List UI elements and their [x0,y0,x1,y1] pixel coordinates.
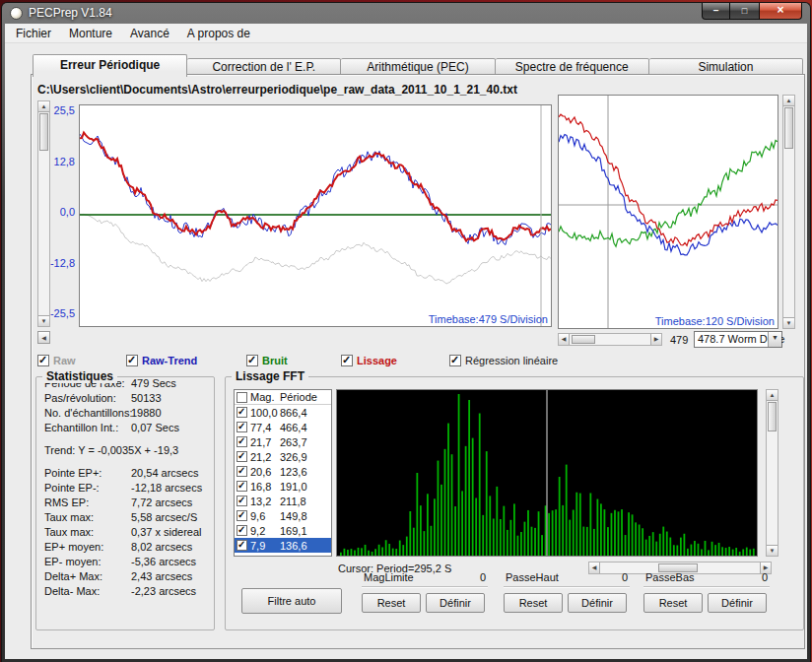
secondary-chart-hscroll[interactable] [558,333,662,346]
definir-button[interactable]: Définir [426,593,485,613]
combo-dropdown-icon[interactable] [768,332,781,347]
checkbox-icon[interactable] [37,355,49,366]
stat-row: Delta+ Max: 2,43 arcsecs [36,570,214,585]
tab[interactable]: Erreur Périodique [33,54,187,77]
maximize-button[interactable] [730,3,759,20]
checkbox-icon[interactable] [237,496,247,506]
checkbox-icon[interactable] [237,525,247,536]
checkbox-icon[interactable] [237,407,247,418]
stat-label: Taux max: [44,511,131,526]
stat-row: Taux max: 5,58 arcsec/S [36,511,214,526]
stat-row: Taux max: 0,37 x sidereal [36,526,214,541]
stat-value: 19880 [131,407,206,422]
fft-peak-row[interactable]: 21,7 263,7 [235,434,331,449]
title-bar[interactable]: PECPrep V1.84 [2,3,810,23]
scroll-up-icon[interactable] [767,390,778,401]
close-button[interactable] [759,3,802,20]
scroll-thumb[interactable] [768,402,777,431]
fft-peak-row[interactable]: 77,4 466,4 [235,420,331,434]
scroll-up-icon[interactable] [783,96,794,106]
fft-vscroll[interactable] [766,389,778,557]
stat-value: 7,72 arcsecs [131,496,206,511]
fft-peak-row[interactable]: 9,2 169,1 [235,523,331,538]
fft-peak-row[interactable]: 16,8 191,0 [235,479,331,494]
minimize-icon [713,5,719,16]
fft-peak-row[interactable]: 100,0 866,4 [235,405,331,420]
fft-period-value: 149,8 [280,510,331,522]
fft-peak-row[interactable]: 9,6 149,8 [235,508,331,523]
mag-column-header[interactable]: Mag. [247,391,280,403]
fft-mag-value: 77,4 [247,422,280,433]
fft-period-value: 263,7 [280,436,331,448]
y-axis-tick-label: 25,5 [45,104,75,116]
stat-value: 8,02 arcsecs [131,541,206,556]
param-buttons: Reset Définir [362,593,488,613]
scroll-down-icon[interactable] [767,545,778,556]
fft-list-header: Mag. Période [235,390,331,405]
param-buttons: Reset Définir [643,593,770,613]
fft-spectrum-display[interactable] [336,389,758,557]
select-all-checkbox-icon[interactable] [237,392,247,403]
app-window: PECPrep V1.84 FichierMontureAvancéA prop… [1,2,811,662]
period-column-header[interactable]: Période [280,391,331,403]
main-chart-left-step-button[interactable] [37,331,50,344]
scroll-thumb[interactable] [572,335,595,344]
fft-period-value: 466,4 [280,422,331,433]
checkbox-icon[interactable] [246,355,258,366]
fft-peak-row[interactable]: 7,9 136,6 [235,538,331,553]
legend-item[interactable]: Régression linéaire [449,353,617,368]
tab[interactable]: Arithmétique (PEC) [341,58,495,75]
checkbox-icon[interactable] [126,355,138,366]
fft-peak-row[interactable]: 13,2 211,8 [235,494,331,508]
stat-label: Taux max: [44,526,131,541]
tab[interactable]: Correction de l' E.P. [187,58,341,75]
y-axis-labels: 25,512,80,0-12,8-25,5 [45,104,75,319]
tab[interactable]: Spectre de fréquence [496,58,649,75]
definir-button[interactable]: Définir [568,593,627,613]
definir-button[interactable]: Définir [708,593,767,613]
legend-item[interactable]: Raw-Trend [126,353,246,368]
checkbox-icon[interactable] [341,355,353,366]
menu-item[interactable]: A propos de [178,24,259,42]
menu-item[interactable]: Monture [60,24,121,42]
file-path-label: C:\Users\client\Documents\Astro\erreurpe… [37,83,517,97]
secondary-chart-vscroll[interactable] [782,95,795,329]
close-icon [777,5,783,16]
fft-peak-list[interactable]: Mag. Période 100,0 866,4 [234,389,332,557]
checkbox-icon[interactable] [237,466,247,477]
menu-item[interactable]: Fichier [7,24,60,42]
minimize-button[interactable] [702,3,730,20]
checkbox-icon[interactable] [237,481,247,492]
scroll-thumb[interactable] [784,107,793,149]
fft-peak-row[interactable]: 21,2 326,9 [235,449,331,464]
fft-peak-row[interactable]: 20,6 123,6 [235,464,331,479]
reset-button[interactable]: Reset [504,593,563,613]
menu-item[interactable]: Avancé [121,24,178,42]
stat-value: 2,43 arcsecs [131,570,206,585]
main-chart[interactable]: Timebase:479 S/Division [79,104,552,327]
fft-mag-value: 9,2 [247,525,280,537]
tab-strip: Erreur PériodiqueCorrection de l' E.P.Ar… [33,54,803,75]
app-icon [10,7,23,20]
secondary-chart[interactable]: Timebase:120 S/Division [558,95,778,329]
checkbox-icon[interactable] [237,436,247,447]
worm-drive-select[interactable]: 478.7 Worm Drive [694,331,782,348]
statistics-info-rows: Période de l'axe: 479 Secs Pas/révolutio… [36,377,214,436]
stat-label: Echantillon Int.: [44,422,131,436]
legend-item[interactable]: Lissage [341,353,449,368]
tab[interactable]: Simulation [649,58,803,75]
checkbox-icon[interactable] [449,355,461,366]
checkbox-icon[interactable] [237,510,247,521]
trend-label: Trend: Y = -0,0035X + -19,3 [44,444,206,459]
legend-item[interactable]: Bruit [246,353,341,368]
scroll-left-icon[interactable] [559,334,570,345]
reset-button[interactable]: Reset [362,593,421,613]
checkbox-icon[interactable] [237,540,247,551]
scroll-right-icon[interactable] [650,334,661,345]
checkbox-icon[interactable] [237,451,247,462]
fft-period-value: 326,9 [280,451,331,463]
legend-item[interactable]: Raw [37,353,126,368]
scroll-down-icon[interactable] [783,317,794,328]
checkbox-icon[interactable] [237,422,247,432]
reset-button[interactable]: Reset [643,593,703,613]
